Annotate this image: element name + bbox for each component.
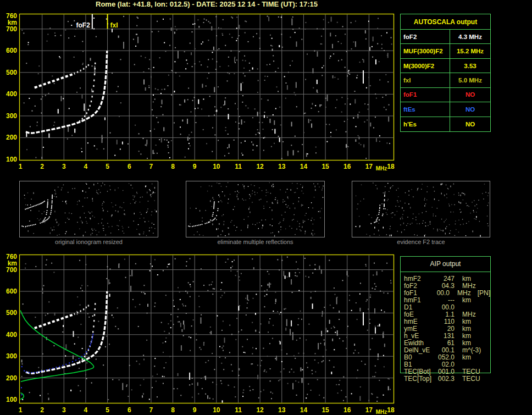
svg-text:100: 100 (6, 156, 17, 163)
plot-border (20, 255, 394, 403)
page-title: Rome (lat: +41.8, lon: 012.5) - DATE: 20… (19, 0, 394, 9)
svg-text:15: 15 (322, 163, 329, 170)
svg-text:11: 11 (235, 406, 242, 414)
autoscala-table-header: AUTOSCALA output (401, 14, 490, 30)
svg-text:7: 7 (149, 406, 153, 414)
thumbnail-caption-evidence: evidence F2 trace (352, 239, 490, 245)
thumbnail-border (352, 181, 490, 237)
series-dots (79, 63, 96, 122)
bottom-ionogram-plot: 123456789101112131415161718MHz7607006005… (6, 253, 395, 415)
autoscala-row: fxI5.0 MHz (401, 73, 490, 87)
autoscala-row: h'EsNO (401, 117, 490, 131)
series-dots (79, 303, 96, 362)
row-value: 002.3 (436, 375, 455, 383)
thumbnail-border (186, 181, 325, 237)
svg-text:18: 18 (387, 406, 395, 414)
svg-text:16: 16 (343, 163, 351, 170)
svg-text:1: 1 (19, 163, 23, 170)
grid (20, 15, 394, 160)
row-value: 00.0 (433, 290, 450, 297)
svg-text:16: 16 (343, 406, 351, 414)
autoscala-row: foF1NO (401, 88, 490, 102)
row-value: 15.2 MHz (450, 44, 490, 58)
svg-text:6: 6 (128, 163, 131, 170)
aip-output-table: AIP output hmF2247kmfoF204.3MHzfoF100.0M… (400, 256, 491, 373)
svg-text:5: 5 (106, 406, 109, 414)
row-label: M(3000)F2 (401, 59, 450, 73)
row-unit: km (462, 354, 471, 361)
thumbnail-1 (20, 181, 158, 237)
svg-text:400: 400 (6, 90, 17, 98)
aip-row: TEC[Top]002.3TECU (404, 375, 490, 383)
svg-text:14: 14 (300, 163, 308, 170)
row-unit: km (462, 297, 471, 304)
noise-speckle (21, 257, 392, 403)
series-hop (35, 73, 75, 87)
svg-text:9: 9 (193, 406, 197, 414)
svg-text:6: 6 (128, 406, 131, 414)
y-axis-unit: km (8, 19, 17, 26)
svg-text:500: 500 (6, 309, 17, 317)
autoscala-row: MUF(3000)F215.2 MHz (401, 44, 490, 58)
svg-text:8: 8 (171, 406, 175, 414)
svg-text:7: 7 (149, 163, 153, 170)
svg-text:3: 3 (62, 406, 66, 414)
series-profile (20, 393, 24, 400)
svg-text:5: 5 (106, 163, 109, 170)
svg-text:3: 3 (62, 163, 66, 170)
top-ionogram-plot: foF2fxI123456789101112131415161718MHz760… (6, 12, 395, 171)
svg-text:2: 2 (40, 163, 44, 170)
autoscala-row: foF24.3 MHz (401, 30, 490, 44)
autoscala-app-window: { "title": "Rome (lat: +41.8, lon: 012.5… (0, 0, 532, 415)
svg-text:8: 8 (171, 163, 175, 170)
svg-text:600: 600 (6, 47, 17, 54)
thumbnail-strip (20, 181, 490, 237)
svg-text:200: 200 (6, 134, 17, 141)
svg-text:100: 100 (6, 396, 17, 403)
svg-text:200: 200 (6, 374, 17, 382)
svg-text:14: 14 (300, 406, 308, 414)
thumbnail-caption-eliminate: eliminate multiple reflections (186, 239, 325, 245)
row-value: NO (450, 102, 490, 116)
row-value: 4.3 MHz (450, 30, 490, 43)
series-dots (77, 305, 89, 314)
svg-text:17: 17 (365, 406, 373, 414)
autoscala-row: ftEsNO (401, 102, 490, 117)
marker-label-fxI: fxI (110, 21, 118, 29)
svg-text:11: 11 (235, 163, 242, 170)
row-note: [PN] (478, 290, 490, 297)
row-label: fxI (401, 73, 450, 87)
svg-text:4: 4 (84, 163, 88, 170)
svg-text:300: 300 (6, 112, 17, 120)
row-label: h'Es (401, 117, 450, 131)
svg-text:300: 300 (6, 352, 17, 360)
row-label: MUF(3000)F2 (401, 44, 450, 58)
row-unit: TECU (462, 375, 480, 383)
axis-labels: 123456789101112131415161718MHz7607006005… (6, 12, 395, 171)
svg-text:13: 13 (278, 163, 286, 170)
row-value: 3.53 (450, 59, 490, 73)
autoscala-row: M(3000)F23.53 (401, 59, 490, 73)
plot-border (20, 14, 394, 161)
svg-text:12: 12 (256, 163, 264, 170)
svg-text:9: 9 (193, 163, 197, 170)
x-axis-unit: MHz (376, 165, 387, 171)
svg-text:13: 13 (278, 406, 286, 414)
svg-text:18: 18 (387, 163, 395, 170)
autoscala-output-table: AUTOSCALA output foF24.3 MHzMUF(3000)F21… (400, 14, 491, 132)
svg-text:17: 17 (365, 163, 373, 170)
svg-text:1: 1 (19, 406, 23, 414)
svg-text:400: 400 (6, 331, 17, 339)
svg-text:2: 2 (40, 406, 44, 414)
row-label: ftEs (401, 102, 450, 116)
aip-table-header: AIP output (401, 257, 490, 272)
marker-label-foF2: foF2 (76, 21, 90, 29)
row-label: TEC[Top] (404, 375, 436, 383)
svg-text:15: 15 (322, 406, 329, 414)
thumbnail-2 (186, 181, 325, 237)
echo-traces (26, 51, 107, 133)
row-label: foF1 (401, 88, 450, 102)
row-label: foF2 (401, 30, 450, 43)
row-value: 5.0 MHz (450, 73, 490, 87)
y-axis-unit: km (8, 259, 17, 267)
